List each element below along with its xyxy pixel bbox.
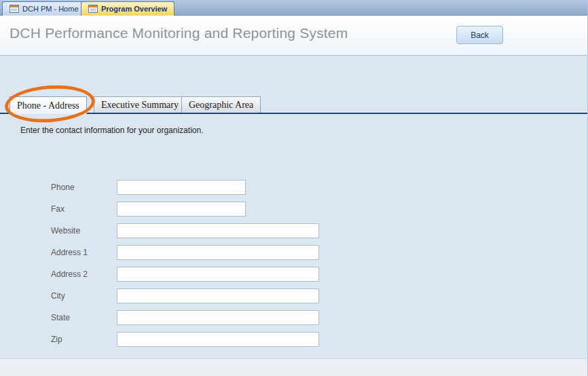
page-title: DCH Performance Monitoring and Reporting… [10,25,348,41]
address2-input[interactable] [117,267,319,282]
form-icon [10,5,19,13]
form-instruction: Enter the contact information for your o… [20,126,203,135]
doc-tab-program-overview[interactable]: Program Overview [81,1,174,16]
doc-tab-home[interactable]: DCH PM - Home [2,1,86,16]
city-label: City [51,288,65,303]
website-label: Website [51,223,80,238]
tab-phone-address[interactable]: Phone - Address [10,96,87,114]
address2-label: Address 2 [51,267,88,282]
address1-input[interactable] [117,245,319,260]
header: DCH Performance Monitoring and Reporting… [0,16,587,56]
phone-label: Phone [51,180,75,195]
tab-underline [0,113,587,114]
zip-label: Zip [51,332,62,347]
doc-tab-home-label: DCH PM - Home [22,5,79,13]
back-button[interactable]: Back [456,26,503,44]
fax-label: Fax [51,202,65,217]
city-input[interactable] [117,288,319,303]
phone-input[interactable] [117,180,246,195]
website-input[interactable] [117,223,319,238]
address1-label: Address 1 [51,245,88,260]
tab-geographic-area[interactable]: Geographic Area [181,96,261,113]
app-window: DCH PM - Home Program Overview DCH Perfo… [0,0,588,376]
state-input[interactable] [117,310,319,325]
zip-input[interactable] [117,332,319,347]
state-label: State [51,310,70,325]
bottom-strip [0,358,587,376]
doc-tab-program-overview-label: Program Overview [101,5,167,13]
fax-input[interactable] [117,202,246,217]
tab-executive-summary[interactable]: Executive Summary [94,96,186,113]
form-icon [88,5,98,13]
document-tab-bar: DCH PM - Home Program Overview [0,0,587,16]
